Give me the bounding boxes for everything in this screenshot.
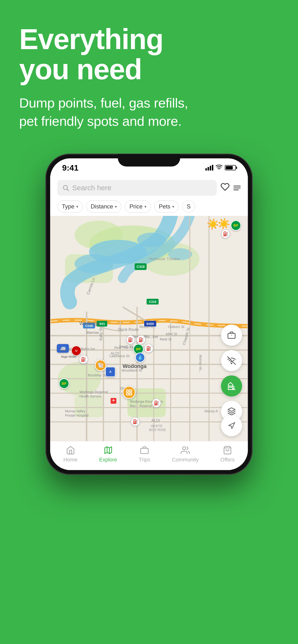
trips-nav-label: Trips [139, 457, 150, 463]
distance-filter-label: Distance [91, 203, 113, 210]
fuel-marker-bot[interactable]: ⛽ [152, 398, 161, 408]
search-placeholder: Search here [72, 184, 212, 192]
hero-title: Everythingyou need [19, 24, 279, 84]
community-icon [181, 446, 190, 455]
hero-section: Everythingyou need Dump points, fuel, ga… [19, 24, 279, 130]
aldi-marker[interactable]: A [105, 367, 115, 377]
price-filter-label: Price [129, 203, 142, 210]
water-marker[interactable]: 💧 [135, 352, 145, 362]
map-fab-group [221, 325, 242, 422]
community-nav-label: Community [172, 457, 199, 463]
motel-marker: llage Motel [61, 354, 76, 359]
explore-nav-label: Explore [99, 457, 117, 463]
hero-subtitle: Dump points, fuel, gas refills,pet frien… [19, 94, 279, 130]
s-filter[interactable]: S [182, 200, 195, 212]
offers-icon [223, 446, 232, 455]
map-area[interactable]: C319 M31 C538 C319 B400 Carrols Ln Stock… [50, 216, 248, 441]
briefcase-fab[interactable] [221, 325, 242, 346]
price-chevron-icon: ▾ [144, 204, 146, 209]
price-filter[interactable]: Price ▾ [125, 200, 151, 212]
svg-line-2 [67, 189, 69, 191]
bottom-nav: Home Explore [50, 441, 248, 470]
svg-point-0 [219, 169, 220, 170]
fuel-fab[interactable] [221, 376, 242, 396]
svg-marker-84 [228, 408, 235, 411]
pets-filter[interactable]: Pets ▾ [154, 200, 179, 212]
nav-community[interactable]: Community [172, 446, 199, 463]
type-chevron-icon: ▾ [76, 204, 78, 209]
shell-marker[interactable]: 🐚 [95, 360, 106, 371]
nav-trips[interactable]: Trips [139, 446, 150, 463]
sun-marker-2: ☀️ [218, 218, 230, 230]
sun-marker-1: ☀️ [207, 218, 219, 230]
no-wifi-fab[interactable] [221, 350, 242, 371]
navigate-button[interactable] [221, 415, 242, 436]
offers-nav-label: Offers [220, 457, 235, 463]
filter-area: Type ▾ Distance ▾ Price ▾ Pets ▾ [50, 199, 248, 216]
bp-marker-bl[interactable]: BP [59, 378, 69, 389]
fuel-marker-bot2[interactable]: ⛽ [131, 417, 140, 426]
distance-chevron-icon: ▾ [115, 204, 117, 209]
s-filter-label: S [187, 203, 191, 210]
svg-rect-77 [129, 393, 131, 395]
status-icons [205, 164, 236, 172]
svg-marker-85 [229, 422, 235, 428]
svg-rect-76 [127, 393, 129, 395]
type-filter[interactable]: Type ▾ [57, 200, 83, 212]
wifi-icon [216, 164, 222, 172]
bp-marker-top[interactable]: BP [231, 220, 241, 231]
svg-rect-89 [140, 448, 148, 454]
favorites-icon[interactable] [221, 182, 230, 194]
fuel-marker-left[interactable]: ⛽ [79, 355, 88, 364]
nav-home[interactable]: Home [63, 446, 77, 463]
fuel-marker-mr[interactable]: ⛽ [144, 344, 153, 353]
nav-offers[interactable]: Offers [220, 446, 235, 463]
svg-point-90 [183, 447, 186, 450]
svg-rect-82 [229, 386, 232, 388]
phone-frame: 9:41 [46, 154, 252, 474]
pets-chevron-icon: ▾ [172, 204, 174, 209]
fuel-marker-m1[interactable]: ⛽ [126, 335, 135, 344]
pets-filter-label: Pets [159, 203, 170, 210]
type-filter-label: Type [62, 203, 74, 210]
home-icon [66, 446, 75, 455]
svg-marker-86 [105, 447, 112, 454]
fuel-marker-m2[interactable]: ⛽ [136, 335, 146, 344]
search-bar[interactable]: Search here [57, 180, 217, 196]
svg-rect-78 [228, 334, 235, 338]
search-area: Search here [50, 175, 248, 199]
signal-icon [205, 165, 213, 170]
distance-filter[interactable]: Distance ▾ [86, 200, 121, 212]
grid-marker[interactable] [123, 386, 135, 399]
svg-rect-74 [127, 390, 129, 392]
phone-screen: 9:41 [50, 158, 248, 470]
home-nav-label: Home [63, 457, 77, 463]
map-markers-overlay: ☀️ ☀️ BP ⛽ [50, 216, 248, 441]
svg-point-81 [231, 363, 232, 364]
menu-icon[interactable] [233, 186, 241, 190]
battery-icon [225, 165, 236, 170]
search-icon [62, 184, 69, 192]
nav-explore[interactable]: Explore [99, 446, 117, 463]
status-time: 9:41 [62, 163, 78, 172]
explore-icon [104, 446, 113, 455]
phone-notch [118, 154, 180, 166]
fuel-marker-1[interactable]: ⛽ [221, 229, 230, 238]
phone-mockup: 9:41 [46, 154, 252, 474]
rv-marker[interactable]: 🚐 [57, 344, 69, 353]
svg-rect-75 [129, 390, 131, 392]
page-background: Everythingyou need Dump points, fuel, ga… [0, 0, 298, 644]
trips-icon [140, 446, 149, 455]
